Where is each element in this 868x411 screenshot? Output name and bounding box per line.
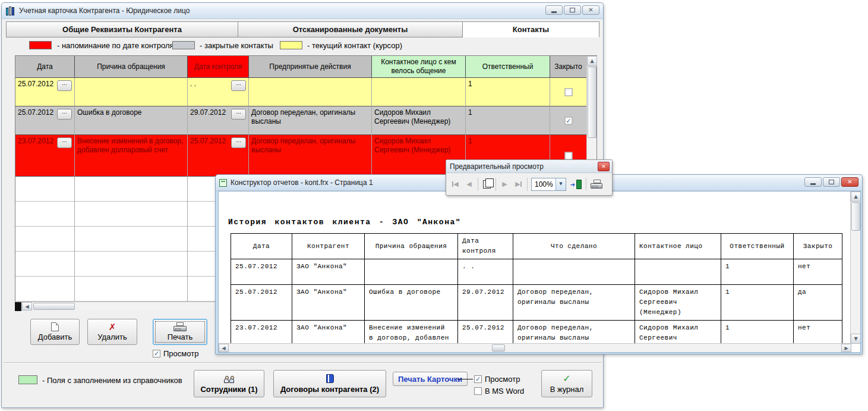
close-preview-button[interactable]: ➜	[568, 177, 584, 192]
printer-icon	[173, 322, 187, 331]
cell-actions[interactable]: Договор переделан, оригиналы высланы	[249, 106, 372, 135]
scroll-up-button[interactable]: ▲	[587, 56, 597, 66]
cell-contact[interactable]: Сидоров Михаил Сергеевич (Менеджер)	[372, 106, 466, 135]
date-picker-button[interactable]: ...	[57, 80, 72, 91]
tab-scanned-docs[interactable]: Отсканированные документы	[238, 21, 463, 37]
col-header-responsible[interactable]: Ответственный	[466, 56, 550, 78]
scroll-right-button[interactable]: ▶	[841, 344, 851, 352]
col-header-reason[interactable]: Причина обращения	[75, 56, 188, 78]
date-picker-button[interactable]: ...	[57, 137, 72, 148]
cell-reason[interactable]	[75, 78, 188, 106]
footer-preview-option: Просмотр	[474, 375, 520, 384]
grid-legend: - напоминание по дате контроля - закрыты…	[2, 41, 603, 52]
scroll-up-button[interactable]: ▲	[851, 192, 861, 202]
msword-checkbox[interactable]	[474, 387, 482, 395]
report-table: Дата Контрагент Причина обращения Дата к…	[231, 233, 842, 353]
date-picker-button[interactable]: ...	[231, 137, 246, 148]
record-indicator	[15, 302, 21, 311]
rcol-done: Что сделано	[513, 234, 635, 259]
report-horizontal-scrollbar[interactable]: ◀ ▶	[219, 343, 851, 352]
first-page-button[interactable]: ◀	[449, 177, 462, 192]
scroll-left-button[interactable]: ◀	[219, 344, 229, 352]
report-maximize-button[interactable]	[823, 177, 840, 187]
date-picker-button[interactable]: ...	[231, 109, 246, 120]
col-header-closed[interactable]: Закрыто	[550, 56, 587, 78]
employees-button-label: Сотрудники (1)	[200, 385, 257, 394]
tab-general[interactable]: Общие Реквизиты Контрагента	[6, 21, 238, 37]
scroll-thumb[interactable]	[588, 67, 596, 138]
report-designer-window: Конструктор отчетов - kont.frx - Страниц…	[215, 174, 863, 354]
rcol-closed: Закрыто	[794, 234, 842, 259]
scroll-thumb[interactable]	[33, 303, 75, 310]
scroll-thumb[interactable]	[851, 202, 860, 231]
footer-preview-label: Просмотр	[485, 375, 520, 384]
contracts-icon	[326, 374, 334, 383]
journal-button-label: В журнал	[550, 385, 584, 394]
cell-reason[interactable]: Ошибка в договоре	[75, 106, 188, 135]
grid-row-closed[interactable]: 25.07.2012 ... Ошибка в договоре 29.07.2…	[15, 106, 596, 135]
closed-checkbox[interactable]	[565, 117, 573, 124]
legend-gray-swatch	[172, 41, 195, 49]
close-button[interactable]: ✕	[582, 5, 599, 15]
legend-yellow-label: - текущий контакт (курсор)	[307, 41, 402, 50]
cell-responsible[interactable]: 1	[466, 106, 550, 135]
print-button[interactable]: Печать	[153, 319, 207, 345]
tab-contacts[interactable]: Контакты	[463, 21, 599, 37]
next-page-button[interactable]: ▶	[498, 177, 512, 192]
preview-tools: ◀ ◀ ▶ ▶ 100% ▼ ➜	[449, 174, 610, 194]
preview-checkbox[interactable]	[153, 350, 160, 357]
journal-button[interactable]: ✓ В журнал	[541, 370, 592, 397]
zoom-combobox[interactable]: 100% ▼	[531, 178, 566, 191]
minimize-button[interactable]	[545, 5, 563, 15]
app-icon	[5, 7, 15, 15]
closed-checkbox[interactable]	[565, 152, 573, 159]
thumbnails-button[interactable]	[480, 177, 494, 192]
footer-legend-label: - Поля с заполнением из справочников	[42, 376, 182, 385]
grid-row-current[interactable]: 25.07.2012 ... . . ... 1	[15, 78, 596, 106]
cell-responsible[interactable]: 1	[466, 78, 550, 106]
add-button[interactable]: Добавить	[30, 319, 80, 345]
cell-actions[interactable]: Договор переделан, оригиналы высланы	[249, 135, 372, 177]
toolbar-separator	[527, 178, 528, 191]
report-row: 25.07.2012 ЗАО "Анкона" . . 1 нет	[231, 259, 842, 285]
report-close-button[interactable]: ✕	[841, 177, 858, 187]
contracts-button-label: Договоры контрагента (2)	[280, 385, 379, 394]
report-page: История контактов клиента - ЗАО "Анкона"…	[218, 191, 861, 353]
scroll-down-button[interactable]: ▼	[851, 334, 861, 344]
footer-msword-option: В MS Word	[474, 387, 524, 396]
combo-dropdown-button[interactable]: ▼	[555, 178, 566, 190]
report-minimize-button[interactable]	[804, 177, 822, 187]
main-titlebar[interactable]: Учетная карточка Контрагента - Юридическ…	[2, 3, 603, 19]
footer-green-swatch	[18, 375, 37, 384]
col-header-control-date[interactable]: Дата контроля	[188, 56, 249, 78]
col-header-date[interactable]: Дата	[15, 56, 75, 78]
date-picker-button[interactable]: ...	[231, 80, 246, 91]
last-page-button[interactable]: ▶	[512, 177, 525, 192]
legend-yellow-swatch	[280, 41, 302, 49]
msword-label: В MS Word	[485, 387, 524, 396]
contracts-button[interactable]: Договоры контрагента (2)	[273, 370, 386, 397]
scroll-left-button[interactable]: ◀	[22, 302, 32, 310]
preview-checkbox-label: Просмотр	[163, 349, 198, 358]
legend-red-label: - напоминание по дате контроля	[57, 41, 174, 50]
cell-actions[interactable]	[249, 78, 372, 106]
footer-preview-checkbox[interactable]	[474, 375, 482, 383]
footer-divider	[3, 362, 602, 363]
report-vertical-scrollbar[interactable]: ▲ ▼	[850, 192, 860, 344]
cell-contact[interactable]	[372, 78, 466, 106]
closed-checkbox[interactable]	[565, 88, 573, 96]
cell-date: 25.07.2012	[18, 80, 53, 88]
col-header-contact[interactable]: Контактное лицо с кем велось общение	[372, 56, 466, 78]
date-picker-button[interactable]: ...	[57, 109, 72, 120]
maximize-button[interactable]	[564, 5, 581, 15]
employees-button[interactable]: Сотрудники (1)	[194, 370, 264, 397]
scroll-thumb[interactable]	[492, 344, 505, 352]
preview-titlebar[interactable]: Предварительный просмотр	[446, 160, 612, 173]
cell-reason[interactable]: Внесение изменений в договор, добавлен д…	[75, 135, 188, 177]
close-icon: ✕	[588, 7, 593, 13]
prev-page-button[interactable]: ◀	[462, 177, 476, 192]
preview-print-button[interactable]	[588, 177, 605, 192]
delete-button[interactable]: ✗ Удалить	[87, 319, 137, 345]
preview-close-button[interactable]: ✕	[598, 162, 610, 171]
col-header-actions[interactable]: Предпринятые действия	[249, 56, 372, 78]
